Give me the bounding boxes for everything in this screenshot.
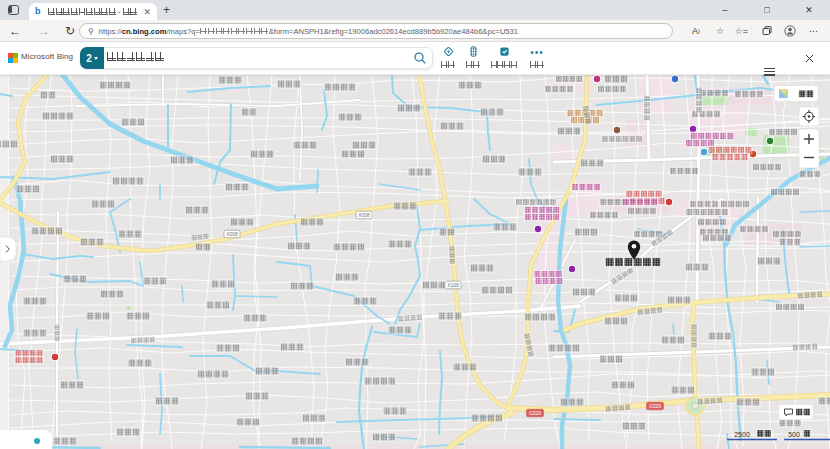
svg-text:X008: X008	[226, 231, 238, 237]
svg-text:2500: 2500	[734, 431, 750, 438]
svg-text:X008: X008	[358, 212, 370, 218]
svg-text:G320: G320	[529, 410, 541, 416]
svg-text:G320: G320	[649, 403, 661, 409]
svg-text:500: 500	[788, 431, 800, 438]
svg-text:X109: X109	[447, 282, 459, 288]
